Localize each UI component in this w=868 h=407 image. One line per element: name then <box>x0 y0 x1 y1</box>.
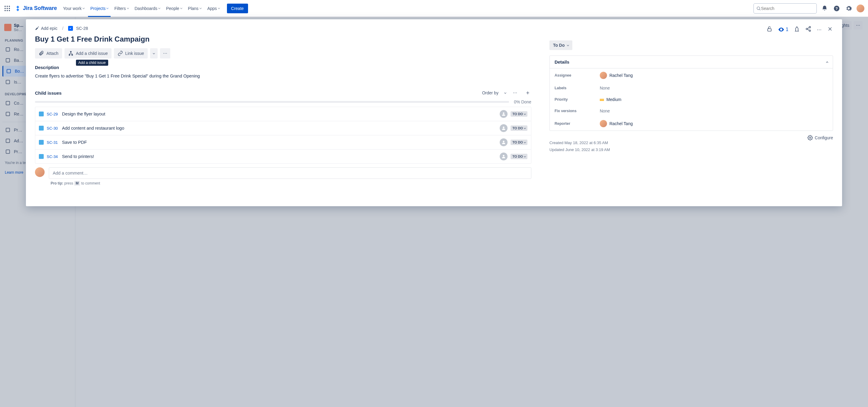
nav-item-apps[interactable]: Apps <box>205 4 222 13</box>
top-nav: Jira Software Your work Projects Filters… <box>0 0 868 17</box>
nav-item-projects[interactable]: Projects <box>88 4 111 13</box>
notifications-icon[interactable] <box>820 4 829 13</box>
nav-item-filters[interactable]: Filters <box>112 4 131 13</box>
help-icon[interactable]: ? <box>832 4 841 13</box>
svg-line-10 <box>760 9 761 10</box>
svg-point-5 <box>9 8 10 9</box>
svg-text:?: ? <box>835 6 838 10</box>
nav-items: Your work Projects Filters Dashboards Pe… <box>61 4 222 13</box>
svg-point-8 <box>9 10 10 11</box>
svg-point-3 <box>4 8 6 9</box>
nav-item-your-work[interactable]: Your work <box>61 4 87 13</box>
svg-point-6 <box>4 10 6 11</box>
nav-item-people[interactable]: People <box>164 4 184 13</box>
svg-point-1 <box>7 6 8 7</box>
svg-point-4 <box>7 8 8 9</box>
app-switcher-icon[interactable] <box>4 5 11 12</box>
jira-logo[interactable]: Jira Software <box>14 5 57 12</box>
search-box[interactable] <box>753 3 817 13</box>
settings-icon[interactable] <box>844 4 853 13</box>
logo-text: Jira Software <box>23 5 57 11</box>
nav-item-plans[interactable]: Plans <box>186 4 204 13</box>
svg-point-7 <box>7 10 8 11</box>
nav-item-dashboards[interactable]: Dashboards <box>132 4 163 13</box>
svg-point-9 <box>757 7 760 9</box>
create-button[interactable]: Create <box>227 4 248 13</box>
search-input[interactable] <box>761 6 814 11</box>
profile-avatar[interactable] <box>857 4 864 12</box>
svg-point-2 <box>9 6 10 7</box>
svg-point-0 <box>4 6 6 7</box>
